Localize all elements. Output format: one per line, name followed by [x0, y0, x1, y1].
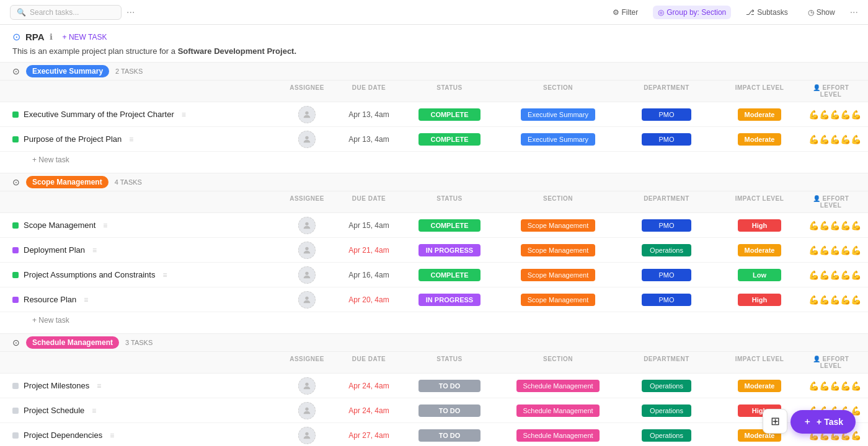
impact-badge: Moderate: [738, 108, 781, 121]
task-status-cell: COMPLETE: [403, 266, 496, 284]
task-menu-icon[interactable]: ≡: [129, 135, 133, 144]
task-effort-cell: 💪💪💪💪💪: [806, 243, 864, 258]
task-menu-icon[interactable]: ≡: [92, 246, 97, 255]
task-effort-cell: 💪💪💪💪💪: [806, 378, 864, 393]
task-impact-cell: Moderate: [713, 131, 806, 148]
task-section-cell: Scope Management: [496, 217, 620, 234]
task-assignee-cell: [279, 128, 335, 151]
status-badge: COMPLETE: [418, 108, 480, 121]
task-dot: [12, 297, 19, 303]
task-assignee-cell: [279, 424, 335, 447]
widget-button[interactable]: ⊞: [763, 409, 787, 434]
dept-badge: PMO: [642, 133, 691, 146]
task-dept-cell: Operations: [620, 377, 713, 395]
task-name: Project Schedule: [24, 406, 84, 415]
task-row[interactable]: Scope Management ≡ Apr 15, 4am COMPLETE …: [0, 213, 868, 238]
info-icon[interactable]: ℹ: [50, 32, 53, 42]
svg-point-5: [305, 296, 308, 299]
task-menu-icon[interactable]: ≡: [92, 406, 96, 415]
col-effort: 👤 EFFORT LEVEL: [806, 191, 856, 212]
section-header-schedule-management: ⊙ Schedule Management 3 TASKS: [0, 333, 868, 352]
task-name-cell: Project Milestones ≡: [12, 377, 279, 394]
task-row[interactable]: Executive Summary of the Project Charter…: [0, 102, 868, 127]
task-menu-icon[interactable]: ≡: [103, 221, 107, 230]
svg-point-8: [305, 432, 308, 435]
task-row[interactable]: Project Assumptions and Constraints ≡ Ap…: [0, 263, 868, 287]
task-section-cell: Schedule Management: [496, 377, 620, 395]
dept-badge: PMO: [642, 294, 691, 306]
col-assignee: ASSIGNEE: [279, 81, 335, 102]
task-row[interactable]: Project Milestones ≡ Apr 24, 4am TO DO S…: [0, 374, 868, 398]
col-effort: 👤 EFFORT LEVEL: [806, 81, 856, 102]
new-task-link[interactable]: + New task: [0, 312, 868, 328]
group-icon: ◎: [658, 8, 664, 17]
section-header-scope-management: ⊙ Scope Management 4 TASKS: [0, 173, 868, 191]
dept-badge: Operations: [642, 380, 691, 392]
avatar: [298, 242, 316, 259]
task-row[interactable]: Purpose of the Project Plan ≡ Apr 13, 4a…: [0, 127, 868, 152]
section-badge: Scope Management: [521, 294, 595, 306]
desc-bold: Software Development Project.: [178, 46, 296, 56]
section-toggle-executive-summary[interactable]: ⊙: [12, 66, 20, 76]
task-row[interactable]: Resource Plan ≡ Apr 20, 4am IN PROGRESS …: [0, 287, 868, 312]
subtasks-button[interactable]: ⎇ Subtasks: [741, 6, 792, 19]
status-badge: COMPLETE: [418, 133, 480, 146]
toolbar: 🔍 Search tasks... ··· ⚙ Filter ◎ Group b…: [0, 0, 868, 25]
toolbar-right: ⚙ Filter ◎ Group by: Section ⎇ Subtasks …: [608, 6, 858, 19]
impact-badge: Moderate: [738, 133, 781, 146]
task-name: Project Assumptions and Constraints: [24, 270, 155, 279]
task-dept-cell: Operations: [620, 242, 713, 259]
task-row[interactable]: Project Dependencies ≡ Apr 27, 4am TO DO…: [0, 423, 868, 446]
toolbar-more-icon[interactable]: ···: [850, 7, 858, 18]
section-group-schedule-management: ⊙ Schedule Management 3 TASKS ASSIGNEE D…: [0, 333, 868, 446]
svg-point-6: [305, 382, 308, 385]
impact-badge: Moderate: [738, 244, 781, 256]
task-row[interactable]: Deployment Plan ≡ Apr 21, 4am IN PROGRES…: [0, 238, 868, 263]
task-effort-cell: 💪💪💪💪💪: [806, 268, 864, 282]
task-menu-icon[interactable]: ≡: [97, 382, 101, 390]
add-task-fab[interactable]: ＋ + Task: [790, 410, 856, 434]
avatar: [298, 377, 316, 395]
dept-badge: Operations: [642, 429, 691, 442]
task-dept-cell: PMO: [620, 106, 713, 123]
task-name-cell: Scope Management ≡: [12, 217, 279, 234]
col-section: SECTION: [496, 81, 620, 102]
section-toggle-scope-management[interactable]: ⊙: [12, 177, 20, 187]
task-due-date: Apr 20, 4am: [335, 293, 403, 307]
task-due-date: Apr 24, 4am: [335, 404, 403, 418]
show-button[interactable]: ◷ Show: [803, 6, 840, 19]
task-effort-cell: 💪💪💪💪💪: [806, 292, 864, 307]
task-menu-icon[interactable]: ≡: [162, 271, 167, 279]
new-task-link[interactable]: + New task: [0, 152, 868, 168]
more-options-icon[interactable]: ···: [126, 7, 135, 18]
task-name: Project Dependencies: [24, 431, 102, 440]
task-menu-icon[interactable]: ≡: [84, 295, 88, 304]
task-menu-icon[interactable]: ≡: [182, 110, 186, 119]
new-task-button[interactable]: + NEW TASK: [58, 32, 112, 43]
svg-point-2: [305, 222, 308, 225]
task-assignee-cell: [279, 375, 335, 397]
project-collapse-toggle[interactable]: ⊙: [12, 31, 20, 43]
col-task-name: [12, 81, 279, 102]
dept-badge: PMO: [642, 219, 691, 232]
task-dot: [12, 432, 19, 439]
group-by-button[interactable]: ◎ Group by: Section: [653, 6, 731, 19]
task-name: Deployment Plan: [24, 245, 85, 255]
filter-label: Filter: [622, 8, 639, 17]
task-dept-cell: PMO: [620, 217, 713, 234]
search-box[interactable]: 🔍 Search tasks...: [10, 5, 122, 20]
col-headers-schedule-management: ASSIGNEE DUE DATE STATUS SECTION DEPARTM…: [0, 352, 868, 374]
task-menu-icon[interactable]: ≡: [110, 431, 114, 440]
section-toggle-schedule-management[interactable]: ⊙: [12, 338, 20, 348]
task-status-cell: TO DO: [403, 377, 496, 395]
col-department: DEPARTMENT: [620, 81, 713, 102]
impact-badge: High: [738, 294, 781, 306]
task-assignee-cell: [279, 289, 335, 311]
impact-badge: Moderate: [738, 380, 781, 392]
task-assignee-cell: [279, 214, 335, 237]
task-row[interactable]: Project Schedule ≡ Apr 24, 4am TO DO Sch…: [0, 398, 868, 423]
task-name-cell: Purpose of the Project Plan ≡: [12, 131, 279, 147]
project-header: ⊙ RPA ℹ + NEW TASK: [0, 25, 868, 43]
filter-button[interactable]: ⚙ Filter: [608, 6, 644, 19]
status-badge: TO DO: [418, 429, 480, 442]
